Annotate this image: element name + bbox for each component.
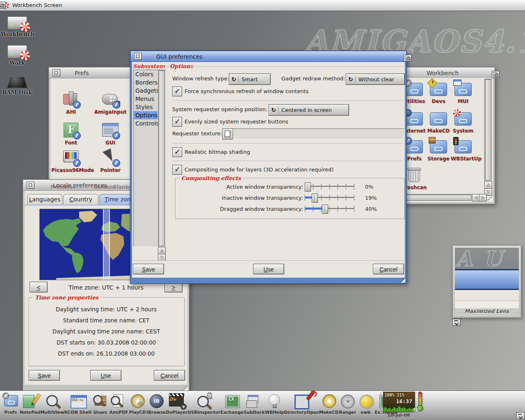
file-picker-icon[interactable] <box>222 128 233 139</box>
cpu-meter[interactable]: 100% 21% 16:37 <box>383 392 415 412</box>
prefs-icon-pointer[interactable]: Pointer <box>91 149 130 173</box>
thermometer-icon[interactable]: 75° <box>415 392 425 412</box>
dock-collapse-icon[interactable] <box>516 412 525 419</box>
dock-item-kcon-shell[interactable]: OS4:> KCON Shell <box>64 393 91 419</box>
lens-collapse-icon[interactable] <box>452 319 461 326</box>
compositing-effects-label: Compositing effects <box>179 175 243 181</box>
mui-badge-icon <box>453 80 461 86</box>
subsystem-item-menus[interactable]: Menus <box>134 95 158 103</box>
dock-item-directoryopus[interactable]: DirectoryOpus <box>284 393 319 419</box>
dock-item-ranger[interactable]: ★ Ranger <box>338 393 356 419</box>
resize-icon[interactable] <box>488 196 492 201</box>
prefs-tool-badge-icon <box>73 159 81 167</box>
gadget-redraw-cycle[interactable]: Without clear <box>346 73 405 85</box>
dock-item-exchange[interactable]: CX Exchange <box>220 393 244 419</box>
prefs-icon-amigainput[interactable]: AmigaInput <box>91 91 130 115</box>
resize-icon[interactable] <box>401 278 405 283</box>
maximized-lens-window[interactable]: AU Maximized Lens <box>452 245 521 318</box>
force-sync-checkbox[interactable] <box>172 87 182 96</box>
screen-menubar[interactable]: Workbench Screen <box>0 0 525 11</box>
desktop-icon-workbench[interactable]: Workbench <box>1 16 34 37</box>
slider-handle[interactable] <box>322 205 328 214</box>
prefs-icon-picasso96mode[interactable]: Picasso96Mode <box>51 149 91 173</box>
dock-item-dvplayer[interactable]: Dv DvPlayer <box>166 393 187 419</box>
inactive-transparency-slider[interactable] <box>305 193 354 202</box>
depth-icon[interactable] <box>404 55 411 62</box>
drawer-icon-system[interactable]: System <box>451 112 475 134</box>
storage-badge-icon <box>429 137 436 144</box>
dock-item-unarc[interactable]: Unarc <box>91 393 110 419</box>
dock-item-prefs[interactable]: Prefs <box>2 393 20 419</box>
dock-item-usbinspector[interactable]: USBInspector <box>187 393 220 419</box>
cycle-icon <box>346 76 356 82</box>
requester-texture-field[interactable] <box>233 128 404 139</box>
drawer-icon-devs[interactable]: Devs <box>426 83 451 104</box>
star-icon: ★ <box>341 395 355 409</box>
cancel-button[interactable]: Cancel <box>373 264 404 274</box>
subsystem-scrollbar[interactable] <box>158 70 166 247</box>
use-button[interactable]: Use <box>253 264 284 274</box>
timezone-properties-label: Time zone properties <box>33 294 100 301</box>
tab-country[interactable]: Country <box>63 194 98 205</box>
subsystem-item-styles[interactable]: Styles <box>134 103 158 111</box>
gui-preferences-titlebar[interactable]: GUI preferences <box>131 51 406 62</box>
dock-item-wbhelp[interactable]: WBHelp <box>265 393 284 419</box>
scroll-up-icon[interactable]: △ <box>158 247 166 254</box>
cancel-button[interactable]: Cancel <box>154 370 185 381</box>
dock-item-playcd[interactable]: PlayCD <box>128 393 146 419</box>
drawer-icon-makecd[interactable]: MakeCD <box>426 112 451 134</box>
prefs-icon-ahi[interactable]: AHI <box>51 91 91 115</box>
close-icon[interactable] <box>134 53 142 60</box>
slider-handle[interactable] <box>312 194 318 203</box>
dst-line: Daylight saving time: UTC + 2 hours <box>29 306 184 313</box>
subsystem-item-gadgets[interactable]: Gadgets <box>134 87 158 95</box>
requester-position-cycle[interactable]: Centered in screen <box>269 104 349 116</box>
ram-disk-icon <box>7 77 27 88</box>
requester-texture-label: Requester texture: <box>172 130 222 137</box>
dst-zone-line: Daylight saving time zone name: CEST <box>29 328 184 335</box>
realistic-shading-checkbox[interactable] <box>172 147 182 157</box>
magnifier-icon <box>93 395 103 404</box>
prefs-tool-badge-icon <box>112 101 120 109</box>
drawer-icon-wbstartup[interactable]: WBStartUp <box>451 140 475 162</box>
ghost-label-printers: Printers <box>50 184 73 190</box>
screen-depth-icon[interactable] <box>0 2 5 9</box>
depth-icon[interactable] <box>492 71 500 78</box>
drawer-icon-mui[interactable]: MUI <box>451 83 475 104</box>
subsystem-item-options[interactable]: Options <box>134 111 158 119</box>
dock-item-multiview[interactable]: MultiView <box>40 393 64 419</box>
dock-item-notepad[interactable]: NotePad <box>20 393 40 419</box>
save-button[interactable]: Save <box>133 264 164 274</box>
dock-item-owb[interactable]: owb <box>356 393 374 419</box>
scroll-up-icon[interactable]: △ <box>484 181 492 189</box>
dock-item-makecd[interactable]: MakeCD <box>319 393 339 419</box>
vertical-scrollbar[interactable] <box>484 79 492 181</box>
timezone-value: Time zone: UTC + 1 hours <box>25 284 187 291</box>
slider-handle[interactable] <box>305 183 311 192</box>
drawer-icon-storage[interactable]: Storage <box>426 140 451 162</box>
subsystem-item-controls[interactable]: Controls <box>134 119 158 128</box>
dock-item-subdock[interactable]: SubDock <box>244 393 265 419</box>
prefs-icon-font[interactable]: Font <box>51 121 91 146</box>
tab-languages[interactable]: Languages <box>27 194 62 205</box>
dock-item-ibrowse[interactable]: IB IBrowse <box>146 393 166 419</box>
magnifier-icon <box>46 395 58 406</box>
resize-icon[interactable] <box>183 386 188 390</box>
window-refresh-cycle[interactable]: Smart <box>229 73 271 85</box>
dragged-transparency-slider[interactable] <box>305 204 354 213</box>
subsystem-item-colors[interactable]: Colors <box>134 70 158 78</box>
desktop-icon-work[interactable]: Work <box>1 45 34 66</box>
scroll-right-icon[interactable]: ▷ <box>479 194 487 201</box>
evenly-sized-checkbox[interactable] <box>172 117 182 127</box>
dock-item-amipdf[interactable]: AmiPDF <box>110 393 128 419</box>
active-transparency-slider[interactable] <box>305 182 354 191</box>
close-icon[interactable] <box>27 182 34 189</box>
prefs-icon-gui[interactable]: GUI <box>91 121 130 146</box>
use-button[interactable]: Use <box>90 370 121 381</box>
subsystem-item-borders[interactable]: Borders <box>134 78 158 87</box>
ghost-label-screenblanker: ScreenBlanker <box>94 184 134 190</box>
save-button[interactable]: Save <box>29 370 60 381</box>
compositing-mode-checkbox[interactable] <box>172 165 182 175</box>
desktop-icon-ram-disk[interactable]: RAM Disk <box>1 75 34 96</box>
close-icon[interactable] <box>52 69 60 76</box>
